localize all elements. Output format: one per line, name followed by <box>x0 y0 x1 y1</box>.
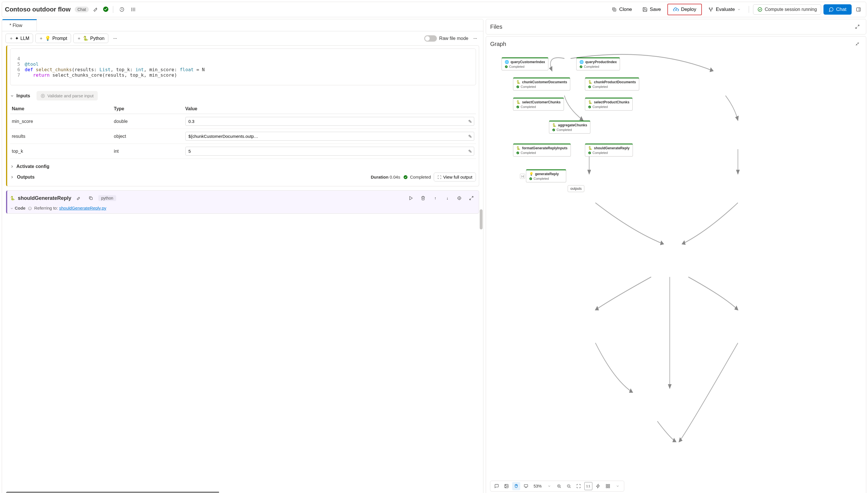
chevron-down-icon[interactable] <box>545 482 553 490</box>
svg-point-28 <box>459 198 460 199</box>
svg-line-58 <box>560 487 561 488</box>
files-panel: Files <box>486 19 866 35</box>
graph-toolbar: 53% 1:1 <box>490 481 624 492</box>
image-icon[interactable] <box>502 482 510 490</box>
svg-line-40 <box>857 43 859 44</box>
presentation-icon[interactable] <box>522 482 530 490</box>
list-icon[interactable] <box>129 5 138 14</box>
add-prompt-button[interactable]: 💡Prompt <box>35 34 71 43</box>
clone-button[interactable]: Clone <box>608 5 636 14</box>
lang-chip: python <box>98 195 116 201</box>
svg-rect-54 <box>524 485 528 487</box>
edit-node-button[interactable] <box>74 194 83 203</box>
expand-node-button[interactable] <box>467 194 476 203</box>
autolayout-icon[interactable] <box>594 482 602 490</box>
edit-value-icon[interactable]: ✎ <box>468 119 472 124</box>
edit-value-icon[interactable]: ✎ <box>468 148 472 154</box>
graph-node-aggregateChunks[interactable]: 🐍aggregateChunksCompleted <box>549 121 590 133</box>
activate-config-header[interactable]: Activate config <box>10 162 476 171</box>
svg-marker-26 <box>410 196 412 200</box>
python-icon: 🐍 <box>516 146 521 150</box>
actual-size-icon[interactable]: 1:1 <box>584 482 592 490</box>
graph-node-formatGenerateReplyInputs[interactable]: 🐍formatGenerateReplyInputsCompleted <box>513 144 570 156</box>
svg-point-27 <box>458 197 461 200</box>
graph-outputs-node[interactable]: outputs <box>568 185 584 192</box>
deploy-button[interactable]: Deploy <box>667 4 702 15</box>
table-row: min_score double ✎ <box>10 114 476 129</box>
graph-node-selectProductChunks[interactable]: 🐍selectProductChunksCompleted <box>585 98 632 110</box>
graph-node-queryProductIndex[interactable]: 🌐queryProductIndexCompleted <box>576 58 620 70</box>
bulb-icon: 💡 <box>529 172 533 176</box>
save-button[interactable]: Save <box>638 5 665 14</box>
add-python-button[interactable]: 🐍Python <box>73 34 108 43</box>
history-icon[interactable] <box>117 5 126 14</box>
graph-node-selectCustomerChunks[interactable]: 🐍selectCustomerChunksCompleted <box>513 98 564 110</box>
flow-editor-pane: * Flow ✦LLM 💡Prompt 🐍Python ⋯ Raw file m… <box>2 19 483 493</box>
collapse-graph-button[interactable] <box>853 39 862 48</box>
svg-line-34 <box>470 198 471 200</box>
pan-icon[interactable] <box>512 482 520 490</box>
python-icon: 🐍 <box>552 123 557 127</box>
zoom-out-icon[interactable] <box>565 482 573 490</box>
compute-status[interactable]: Compute session running <box>753 4 821 15</box>
edit-title-button[interactable] <box>91 5 100 14</box>
node-tools-row: ✦LLM 💡Prompt 🐍Python ⋯ Raw file mode ⋯ <box>2 31 483 45</box>
reference-link[interactable]: shouldGenerateReply.py <box>59 206 106 211</box>
more-tools-button[interactable]: ⋯ <box>110 34 120 43</box>
python-icon: 🐍 <box>10 196 15 200</box>
validate-input-button[interactable]: Validate and parse input <box>37 91 98 101</box>
evaluate-button[interactable]: Evaluate <box>704 5 744 14</box>
fit-icon[interactable] <box>574 482 583 490</box>
minimap-icon[interactable] <box>604 482 612 490</box>
svg-point-12 <box>710 10 711 11</box>
sparkle-icon: ✦ <box>15 36 19 41</box>
python-icon: 🐍 <box>588 146 592 150</box>
graph-node-chunkCustomerDocuments[interactable]: 🐍chunkCustomerDocumentsCompleted <box>513 78 570 90</box>
python-icon: 🐍 <box>588 100 592 104</box>
graph-node-queryCustomerIndex[interactable]: 🌐queryCustomerIndexCompleted <box>502 58 548 70</box>
move-up-button[interactable]: ↑ <box>430 194 440 203</box>
copy-node-button[interactable] <box>86 194 96 203</box>
python-icon: 🐍 <box>516 80 521 84</box>
expand-files-button[interactable] <box>853 22 862 31</box>
outputs-header: Outputs Duration 0.04s Completed View fu… <box>10 171 476 183</box>
inputs-header[interactable]: Inputs Validate and parse input <box>10 89 476 102</box>
view-full-output-button[interactable]: View full output <box>434 173 476 181</box>
chat-button[interactable]: Chat <box>824 4 852 15</box>
input-value-field[interactable] <box>185 147 475 156</box>
graph-node-generateReply[interactable]: ▷| 💡generateReplyCompleted <box>526 169 566 182</box>
graph-node-chunkProductDocuments[interactable]: 🐍chunkProductDocumentsCompleted <box>585 78 639 90</box>
code-reference-row: Code Referring to: shouldGenerateReply.p… <box>10 203 476 211</box>
add-llm-button[interactable]: ✦LLM <box>5 34 33 43</box>
tab-flow[interactable]: * Flow <box>2 19 37 31</box>
chevron-down-icon[interactable] <box>614 482 622 490</box>
node-title: shouldGenerateReply <box>18 195 71 201</box>
graph-node-shouldGenerateReply[interactable]: 🐍shouldGenerateReplyCompleted <box>585 144 632 156</box>
zoom-in-icon[interactable] <box>555 482 563 490</box>
panel-toggle-icon[interactable] <box>854 5 863 14</box>
move-down-button[interactable]: ↓ <box>443 194 452 203</box>
input-value-field[interactable] <box>185 117 475 126</box>
top-toolbar: Contoso outdoor flow Chat Clone Save Dep… <box>2 2 866 17</box>
input-value-field[interactable] <box>185 132 475 141</box>
svg-point-24 <box>404 175 408 179</box>
more-options-button[interactable]: ⋯ <box>470 34 480 43</box>
svg-line-38 <box>857 25 859 26</box>
code-editor[interactable]: 4 5@tool 6def select_chunks(results: Lis… <box>10 48 476 85</box>
raw-file-toggle[interactable] <box>424 35 437 42</box>
svg-point-10 <box>709 8 710 8</box>
delete-node-button[interactable] <box>419 194 428 203</box>
target-icon[interactable] <box>455 194 464 203</box>
svg-rect-14 <box>856 8 861 11</box>
chat-badge: Chat <box>75 7 89 12</box>
horizontal-scrollbar[interactable] <box>6 492 479 493</box>
run-node-button[interactable] <box>406 194 416 203</box>
comment-icon[interactable] <box>492 482 501 490</box>
svg-line-41 <box>856 44 857 45</box>
graph-canvas[interactable]: 🌐queryCustomerIndexCompleted 🌐queryProdu… <box>490 50 862 479</box>
raw-file-label: Raw file mode <box>439 36 468 41</box>
svg-point-4 <box>132 8 132 8</box>
svg-point-13 <box>758 7 762 12</box>
edit-value-icon[interactable]: ✎ <box>468 133 472 139</box>
vertical-scrollbar[interactable] <box>480 209 483 230</box>
